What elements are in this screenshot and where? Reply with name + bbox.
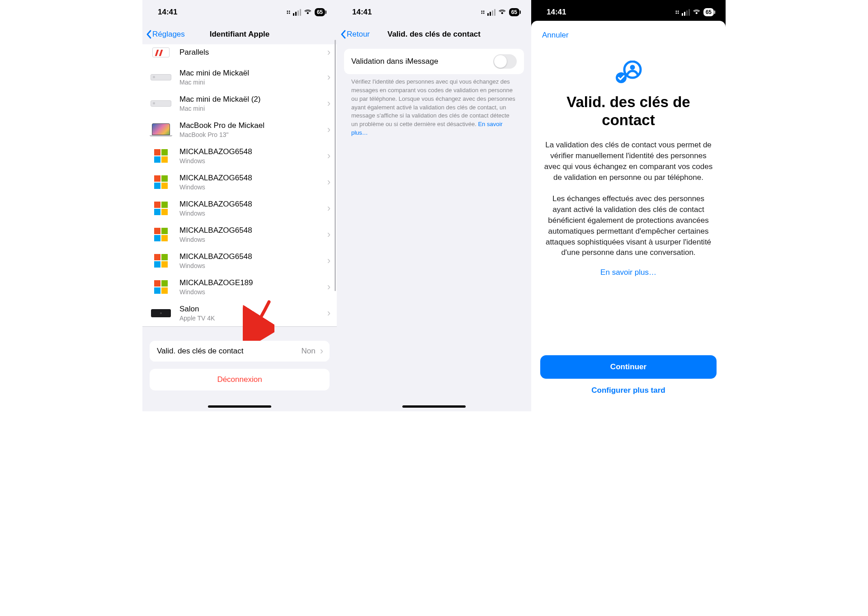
device-name: MICKALBAZOG6548 [179,252,325,261]
device-row[interactable]: MICKALBAZOG6548Windows› [142,248,337,274]
status-bar: 14:41 65 [337,0,531,24]
device-name: MICKALBAZOG6548 [179,147,325,156]
sheet-title: Valid. des clés de contact [540,93,717,129]
windows-icon [154,202,168,215]
screenshot-apple-id: 14:41 65 Réglages Identifiant Apple Para… [142,0,337,411]
device-icon [150,305,172,321]
dual-sim-icon [675,11,679,14]
device-name: Mac mini de Mickaël [179,68,325,78]
battery-icon: 65 [509,8,519,16]
device-row[interactable]: MICKALBAZOG6548Windows› [142,221,337,248]
sign-out-group: Déconnexion [150,369,330,390]
device-list: Parallels›Mac mini de MickaëlMac mini›Ma… [142,44,337,326]
device-row[interactable]: Mac mini de Mickaël (2)Mac mini› [142,90,337,117]
onboarding-sheet: Annuler Valid. des clés de contact La va… [531,21,726,411]
chevron-right-icon: › [327,202,330,214]
status-bar: 14:41 65 [142,0,337,24]
device-kind: Windows [179,183,325,191]
device-name: Mac mini de Mickaël (2) [179,94,325,104]
device-icon [150,226,172,243]
battery-icon: 65 [703,8,714,16]
apple-tv-icon [151,309,171,317]
home-indicator[interactable] [402,405,466,408]
sheet-body: La validation des clés de contact vous p… [540,140,717,258]
cell-signal-icon [293,9,301,16]
macbook-pro-icon [150,123,172,136]
device-icon [150,122,172,138]
device-kind: Windows [179,157,325,165]
device-kind: Windows [179,235,325,244]
device-row[interactable]: SalonApple TV 4K› [142,300,337,326]
status-time: 14:41 [547,8,566,17]
continue-button[interactable]: Continuer [540,355,717,379]
chevron-right-icon: › [327,229,330,240]
status-right: 65 [287,8,325,16]
device-icon [150,279,172,295]
svg-point-1 [630,65,635,70]
wifi-icon [693,9,701,15]
windows-icon [154,254,168,268]
device-icon [150,253,172,269]
battery-icon: 65 [315,8,325,16]
footer-text: Vérifiez l'identité des personnes avec q… [337,74,531,137]
device-name: MICKALBAZOG6548 [179,226,325,235]
screenshot-ckv-settings: 14:41 65 Retour Valid. des clés de conta… [337,0,531,411]
device-kind: Windows [179,209,325,217]
device-kind: Mac mini [179,78,325,86]
device-icon [150,174,172,190]
ckv-label: Valid. des clés de contact [157,346,301,356]
dual-sim-icon [481,11,484,14]
configure-later-button[interactable]: Configurer plus tard [540,379,717,402]
chevron-right-icon: › [327,47,330,58]
device-name: MICKALBAZOGE189 [179,278,325,287]
device-name: MICKALBAZOG6548 [179,173,325,183]
chevron-right-icon: › [327,150,330,162]
imessage-validation-row: Validation dans iMessage [344,49,524,74]
device-row[interactable]: Parallels› [142,44,337,64]
device-name: Salon [179,304,325,314]
status-time: 14:41 [158,8,177,17]
footer-body: Vérifiez l'identité des personnes avec q… [351,78,515,127]
device-row[interactable]: MICKALBAZOG6548Windows› [142,143,337,169]
parallels-icon [152,47,170,57]
device-icon [150,95,172,112]
mac-mini-icon [151,74,171,80]
chevron-right-icon: › [327,98,330,109]
cancel-button[interactable]: Annuler [540,29,717,40]
nav-title: Valid. des clés de contact [337,30,531,39]
contact-key-verification-icon [614,61,642,84]
device-row[interactable]: MICKALBAZOG6548Windows› [142,169,337,195]
device-kind: Mac mini [179,104,325,113]
learn-more-link[interactable]: En savoir plus… [540,268,717,277]
windows-icon [154,175,168,189]
contact-key-verification-group: Valid. des clés de contact Non › [150,341,330,362]
device-kind: Apple TV 4K [179,314,325,322]
device-row[interactable]: Mac mini de MickaëlMac mini› [142,64,337,90]
scroll-indicator [335,40,336,291]
device-row[interactable]: MICKALBAZOG6548Windows› [142,195,337,221]
status-time: 14:41 [352,8,372,17]
cell-signal-icon [682,9,690,16]
device-row[interactable]: MICKALBAZOGE189Windows› [142,274,337,300]
device-name: Parallels [179,47,325,57]
device-name: MacBook Pro de Mickael [179,121,325,130]
chevron-right-icon: › [320,345,323,357]
wifi-icon [498,9,506,15]
device-row[interactable]: MacBook Pro de MickaelMacBook Pro 13"› [142,117,337,143]
nav-bar: Retour Valid. des clés de contact [337,24,531,44]
device-name: MICKALBAZOG6548 [179,199,325,209]
chevron-right-icon: › [327,281,330,293]
contact-key-verification-row[interactable]: Valid. des clés de contact Non › [150,341,330,362]
device-icon [150,148,172,164]
chevron-right-icon: › [327,307,330,319]
home-indicator[interactable] [208,405,271,408]
hero-icon-wrap [540,61,717,84]
chevron-right-icon: › [327,255,330,267]
chevron-right-icon: › [327,124,330,136]
screenshot-ckv-sheet: 14:41 65 Annuler Valid. des clés de cont… [531,0,726,411]
status-right: 65 [675,8,714,16]
device-icon [150,44,172,61]
validation-switch[interactable] [493,54,517,69]
sign-out-button[interactable]: Déconnexion [150,369,330,390]
windows-icon [154,228,168,241]
